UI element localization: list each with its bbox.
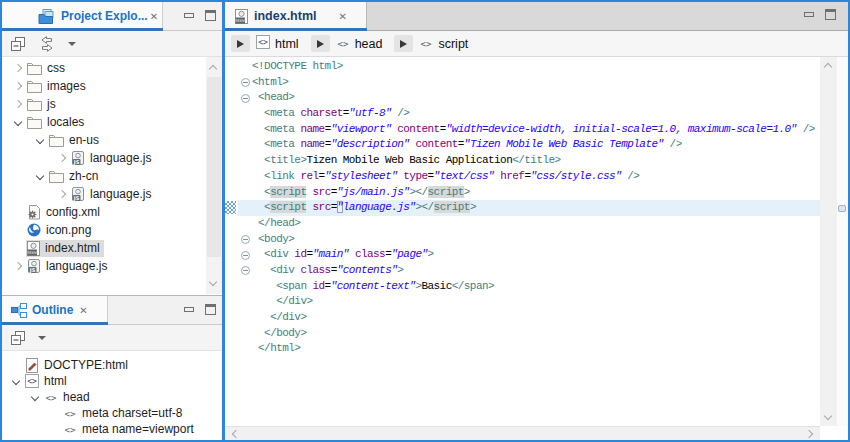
annotation-ruler — [225, 294, 238, 310]
fold-collapse-icon[interactable] — [238, 75, 252, 91]
breadcrumb-expand-button[interactable] — [231, 35, 250, 52]
explorer-item-config-xml[interactable]: config.xml — [2, 203, 222, 221]
code-line-7[interactable]: <title>Tizen Mobile Web Basic Applicatio… — [225, 153, 820, 169]
outline-item-head[interactable]: <>head — [2, 389, 222, 405]
code-line-4[interactable]: <meta charset="utf-8" /> — [225, 106, 820, 122]
tab-index-html[interactable]: html index.html ✕ — [225, 2, 367, 30]
explorer-item-language-js[interactable]: JSlanguage.js — [2, 149, 222, 167]
expand-arrow-icon[interactable] — [54, 191, 70, 197]
collapse-arrow-icon[interactable] — [32, 173, 48, 179]
explorer-item-language-js[interactable]: JSlanguage.js — [2, 257, 222, 275]
view-menu-icon[interactable] — [38, 336, 46, 340]
explorer-item-icon-png[interactable]: icon.png — [2, 221, 222, 239]
token-p: Basic — [421, 280, 451, 292]
code-line-11[interactable]: </head> — [225, 216, 820, 232]
expand-arrow-icon[interactable] — [54, 155, 70, 161]
code-text: <meta name="description" content="Tizen … — [252, 137, 682, 153]
maximize-button[interactable] — [825, 9, 836, 20]
project-explorer-tab-label: Project Explo... — [61, 9, 148, 23]
outline-item-doctype-html[interactable]: DOCTYPE:html — [2, 357, 222, 373]
explorer-item-css[interactable]: css — [2, 59, 222, 77]
scroll-down-icon[interactable] — [824, 412, 832, 420]
collapse-arrow-icon[interactable] — [27, 394, 43, 400]
code-line-body: </body> — [238, 326, 820, 342]
expand-arrow-icon[interactable] — [10, 65, 26, 71]
link-with-editor-icon[interactable] — [38, 36, 56, 52]
explorer-item-locales[interactable]: locales — [2, 113, 222, 131]
code-line-12[interactable]: <body> — [225, 232, 820, 248]
explorer-item-images[interactable]: images — [2, 77, 222, 95]
breadcrumb-item-html[interactable]: <>html — [256, 35, 299, 53]
outline-item-meta-charset-utf-8[interactable]: <>meta charset=utf-8 — [2, 405, 222, 421]
fold-collapse-icon[interactable] — [238, 263, 252, 279]
token-g: </head> — [258, 217, 300, 229]
collapse-arrow-icon[interactable] — [10, 119, 26, 125]
code-line-18[interactable]: </body> — [225, 326, 820, 342]
collapse-arrow-icon[interactable] — [32, 137, 48, 143]
explorer-item-zh-cn[interactable]: zh-cn — [2, 167, 222, 185]
scroll-up-icon[interactable] — [209, 65, 217, 73]
explorer-item-js[interactable]: js — [2, 95, 222, 113]
expand-arrow-icon[interactable] — [10, 263, 26, 269]
maximize-button[interactable] — [205, 10, 216, 21]
code-line-10[interactable]: <script src="language.js"></script> — [225, 200, 820, 216]
breadcrumb-item-head[interactable]: <>head — [336, 35, 383, 53]
project-explorer-tree: cssimagesjslocalesen-usJSlanguage.jszh-c… — [2, 57, 222, 295]
code-editor[interactable]: <!DOCTYPE html><html><head><meta charset… — [225, 57, 820, 426]
close-icon[interactable]: ✕ — [339, 11, 347, 22]
close-icon[interactable]: ✕ — [79, 305, 87, 316]
outline-item-meta-name-viewport[interactable]: <>meta name=viewport — [2, 421, 222, 437]
scroll-down-icon[interactable] — [209, 278, 217, 286]
maximize-button[interactable] — [205, 304, 216, 315]
close-icon[interactable]: ✕ — [150, 11, 158, 22]
explorer-item-en-us[interactable]: en-us — [2, 131, 222, 149]
code-line-8[interactable]: <link rel="stylesheet" type="text/css" h… — [225, 169, 820, 185]
editor-vertical-scrollbar[interactable] — [820, 57, 837, 426]
code-line-17[interactable]: </div> — [225, 310, 820, 326]
code-line-1[interactable]: <!DOCTYPE html> — [225, 59, 820, 75]
code-line-13[interactable]: <div id="main" class="page"> — [225, 247, 820, 263]
code-line-16[interactable]: </div> — [225, 294, 820, 310]
expand-arrow-icon[interactable] — [10, 83, 26, 89]
minimize-button[interactable] — [804, 12, 814, 17]
collapse-arrow-icon[interactable] — [8, 378, 24, 384]
explorer-item-language-js[interactable]: JSlanguage.js — [2, 185, 222, 203]
fold-collapse-icon[interactable] — [238, 247, 252, 263]
code-line-5[interactable]: <meta name="viewport" content="width=dev… — [225, 122, 820, 138]
breadcrumb-arrow-icon — [237, 40, 244, 48]
scroll-up-icon[interactable] — [824, 63, 832, 71]
project-explorer-scrollbar[interactable] — [206, 57, 222, 294]
breadcrumb-expand-button[interactable] — [311, 35, 330, 52]
code-line-2[interactable]: <html> — [225, 75, 820, 91]
tab-project-explorer[interactable]: Project Explo... ✕ — [2, 2, 163, 30]
scroll-right-icon[interactable] — [805, 430, 813, 438]
collapse-all-icon[interactable] — [10, 330, 26, 346]
fold-collapse-icon[interactable] — [238, 90, 252, 106]
outline-item-html[interactable]: <>html — [2, 373, 222, 389]
scroll-left-icon[interactable] — [232, 430, 240, 438]
breadcrumb-expand-button[interactable] — [394, 35, 413, 52]
breadcrumb-label: head — [355, 37, 383, 51]
tab-outline[interactable]: Outline ✕ — [2, 296, 108, 324]
code-line-15[interactable]: <span id="content-text">Basic</span> — [225, 279, 820, 295]
code-line-6[interactable]: <meta name="description" content="Tizen … — [225, 137, 820, 153]
code-line-14[interactable]: <div class="contents"> — [225, 263, 820, 279]
scrollbar-thumb[interactable] — [207, 77, 221, 257]
svg-text:html: html — [27, 250, 37, 255]
fold-collapse-icon[interactable] — [238, 232, 252, 248]
explorer-item-index-html[interactable]: htmlindex.html — [2, 239, 222, 257]
code-line-9[interactable]: <script src="js/main.js"></script> — [225, 185, 820, 201]
minimize-button[interactable] — [184, 307, 194, 312]
token-a: charset — [300, 107, 342, 119]
expand-arrow-icon[interactable] — [10, 101, 26, 107]
collapse-all-icon[interactable] — [10, 36, 26, 52]
folder-icon — [27, 80, 42, 93]
overview-annotation-marker[interactable] — [838, 205, 846, 212]
breadcrumb-item-script[interactable]: <>script — [419, 35, 468, 53]
code-line-19[interactable]: </html> — [225, 341, 820, 357]
minimize-button[interactable] — [184, 13, 194, 18]
folder-icon — [49, 170, 64, 183]
view-menu-icon[interactable] — [68, 42, 76, 46]
editor-horizontal-scrollbar[interactable] — [225, 426, 820, 440]
code-line-3[interactable]: <head> — [225, 90, 820, 106]
